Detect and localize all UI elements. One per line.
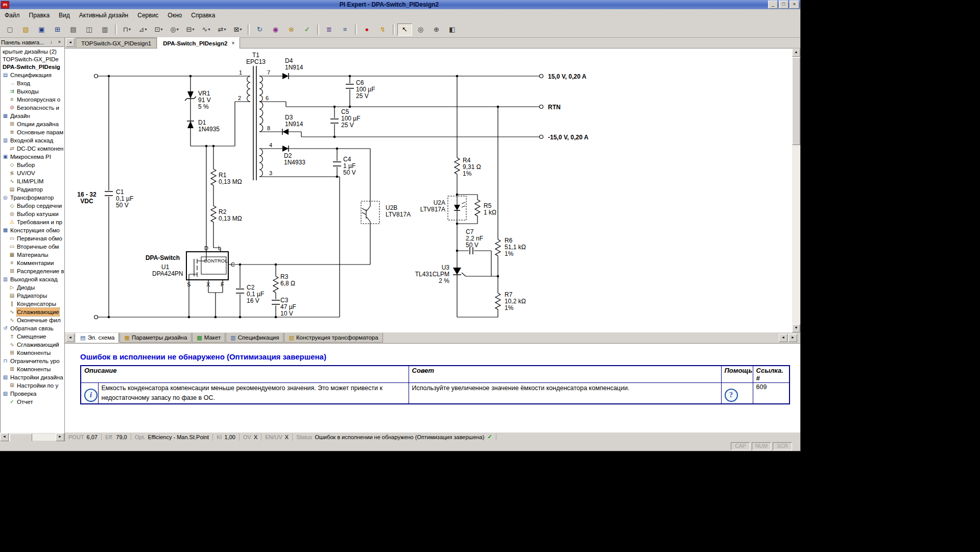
page-setup-button[interactable]: ▥ (98, 23, 112, 36)
scrollbar-track[interactable] (792, 56, 800, 325)
feedback-tool-button[interactable]: ⇄▾ (214, 23, 229, 36)
tree-item[interactable]: ▭Первичная обмо (1, 234, 64, 243)
component-u1-dpa-switch[interactable] (186, 252, 228, 280)
print-preview-button[interactable]: ◫ (82, 23, 97, 36)
tree-item[interactable]: ±Смещение (1, 332, 64, 341)
component-d2[interactable] (282, 146, 289, 152)
tree-item[interactable]: ▤Спецификация (1, 71, 64, 79)
component-c2[interactable] (236, 289, 244, 293)
view-tab-scroll-right-icon[interactable]: ► (788, 334, 797, 342)
component-c6[interactable] (346, 84, 354, 88)
close-button[interactable]: × (790, 1, 799, 9)
document-tab-1[interactable]: DPA-Switch_PIDesign2× (157, 37, 240, 49)
tab-close-icon[interactable]: × (232, 39, 235, 48)
tree-item[interactable]: ▭Вторичные обм (1, 243, 64, 251)
scroll-up-icon[interactable]: ▲ (792, 49, 800, 57)
schematic-view[interactable]: T1EPC131276843VR191 V5 %D11N4935R10,13 M… (65, 49, 792, 332)
tree-item[interactable]: ⊞Компоненты (1, 365, 64, 373)
save-button[interactable]: ▣ (34, 23, 49, 36)
title-bar[interactable]: PI PI Expert - DPA-Switch_PIDesign2 _ □ … (0, 0, 800, 9)
component-r6[interactable] (495, 239, 500, 256)
tree-item[interactable]: ∥Конденсаторы (1, 300, 64, 308)
message-row[interactable]: i Емкость конденсатора компенсации меньш… (81, 383, 790, 404)
tree-item[interactable]: ✓Отчет (1, 398, 64, 406)
component-c5[interactable] (330, 119, 339, 123)
tree-item[interactable]: ▧Проверка (1, 390, 64, 398)
tree-item[interactable]: →Вход (1, 79, 64, 87)
component-u2b-optocoupler[interactable] (361, 201, 379, 224)
tree-item[interactable]: ⊞Компоненты (1, 349, 64, 357)
component-r3[interactable] (273, 276, 278, 293)
rectifier-tool-button[interactable]: ⊟▾ (183, 23, 198, 36)
tree-item[interactable]: ◎Выбор катушки (1, 210, 64, 218)
minimize-button[interactable]: _ (768, 1, 778, 9)
tree-item[interactable]: ◇Выбор (1, 161, 64, 169)
scroll-right-icon[interactable]: ► (56, 433, 64, 441)
tree-item[interactable]: ⇄DC-DC компонен (1, 145, 64, 153)
view-tab-4[interactable]: ▧Конструкция трансформатора (284, 333, 383, 343)
pi-device-tool-button[interactable]: ⊡▾ (151, 23, 166, 36)
component-d1[interactable] (187, 121, 194, 128)
tree-item[interactable]: ▦Дизайн (1, 112, 64, 120)
scroll-down-icon[interactable]: ▼ (792, 324, 800, 332)
document-tab-0[interactable]: TOPSwitch-GX_PIDesign1 (76, 38, 157, 48)
pin-icon[interactable]: ↓ (47, 38, 55, 46)
tree-item[interactable]: ⚠Требования и пр (1, 218, 64, 226)
component-r5[interactable] (475, 200, 480, 216)
pan-tool-button[interactable]: ⊕ (429, 23, 444, 36)
view-tab-2[interactable]: ▩Макет (192, 333, 225, 343)
view-tab-0[interactable]: ▤Эл. схема (76, 333, 119, 343)
component-c3[interactable] (272, 300, 280, 304)
pointer-tool-button[interactable]: ↖ (397, 23, 412, 36)
tree-item[interactable]: ∿Сглаживающий (1, 341, 64, 349)
tree-item[interactable]: ⊘Безопасность и (1, 104, 64, 112)
tree-item[interactable]: ⇉Выходы (1, 87, 64, 95)
menu-item-0[interactable]: Файл (0, 10, 25, 20)
menu-item-4[interactable]: Сервис (133, 10, 163, 20)
view-tab-first-icon[interactable]: ◄ (66, 333, 75, 342)
component-r7[interactable] (495, 293, 500, 309)
view-tab-1[interactable]: ▦Параметры дизайна (119, 333, 192, 343)
tree-item[interactable]: ≡Комментарии (1, 259, 64, 267)
schematic-canvas[interactable]: T1EPC131276843VR191 V5 %D11N4935R10,13 M… (65, 49, 792, 332)
tree-item[interactable]: ▷Диоды (1, 283, 64, 292)
menu-item-3[interactable]: Активный дизайн (75, 10, 133, 20)
tree-item[interactable]: ▩Конструкция обмо (1, 226, 64, 234)
open-design-item-1[interactable]: TOPSwitch-GX_PIDe (1, 56, 64, 63)
scrollbar-thumb[interactable] (792, 57, 800, 145)
scrollbar-thumb[interactable] (10, 434, 32, 442)
menu-item-6[interactable]: Справка (186, 10, 220, 20)
nav-hscrollbar[interactable]: ◄ ► (0, 433, 64, 441)
open-design-item-2[interactable]: DPA-Switch_PIDesig (1, 63, 64, 71)
save-all-button[interactable]: ⊞ (50, 23, 65, 36)
scrollbar-track[interactable] (9, 434, 56, 441)
menu-item-1[interactable]: Правка (25, 10, 55, 20)
tree-item[interactable]: ∿Оконечные фил (1, 316, 64, 324)
dropdown-arrow-icon[interactable]: ▾ (224, 27, 226, 32)
tree-item[interactable]: ▥Выходной каскад (1, 275, 64, 283)
tree-item[interactable]: ▥Входной каскад (1, 136, 64, 145)
component-c4[interactable] (333, 162, 341, 166)
maximize-button[interactable]: □ (779, 1, 788, 9)
tree-item[interactable]: ◇Выбор сердечни (1, 202, 64, 210)
dropdown-arrow-icon[interactable]: ▾ (192, 27, 194, 32)
view-tab-3[interactable]: ▥Спецификация (226, 333, 283, 343)
tree-item[interactable]: ⊞Настройки по у (1, 381, 64, 390)
tree-item[interactable]: ▤Радиаторы (1, 292, 64, 300)
tree-item[interactable]: ▦Материалы (1, 251, 64, 259)
tree-item[interactable]: ≶UV/OV (1, 169, 64, 177)
component-r1[interactable] (211, 169, 216, 185)
output-filter-tool-button[interactable]: ∿▾ (199, 23, 213, 36)
rebuild-design-button[interactable]: ↻ (252, 23, 267, 36)
tree-item[interactable]: ∿Сглаживающие (1, 308, 64, 316)
canvas-vscrollbar[interactable]: ▲ ▼ (792, 49, 800, 332)
dropdown-arrow-icon[interactable]: ▾ (129, 27, 131, 32)
doc-tab-scroll-left-icon[interactable]: ◄ (66, 38, 75, 47)
component-r2[interactable] (211, 206, 216, 222)
tree-item[interactable]: ≡Многоярусная о (1, 95, 64, 104)
check-design-button[interactable]: ✓ (300, 23, 315, 36)
clamp-tool-button[interactable]: ⊿▾ (135, 23, 150, 36)
tree-item[interactable]: ▣Микросхема PI (1, 153, 64, 161)
menu-item-2[interactable]: Вид (54, 10, 75, 20)
dropdown-arrow-icon[interactable]: ▾ (240, 27, 242, 32)
